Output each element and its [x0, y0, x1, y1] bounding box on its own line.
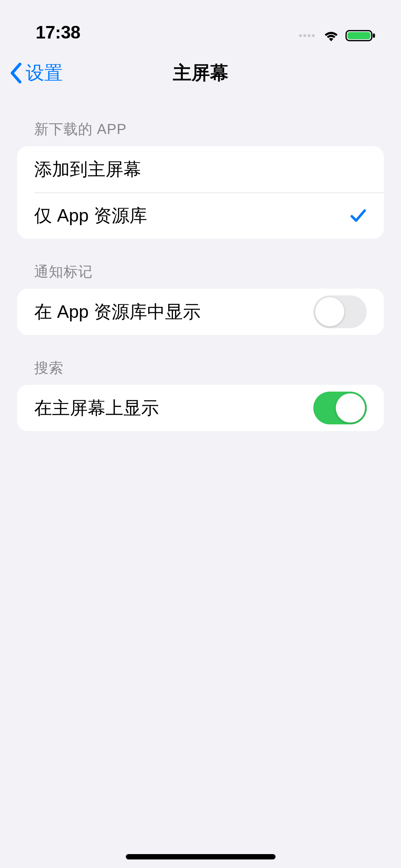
status-bar: 17:38 — [0, 0, 401, 50]
status-time: 17:38 — [36, 22, 80, 43]
row-label: 在主屏幕上显示 — [34, 396, 159, 420]
toggle-show-in-app-library[interactable] — [313, 295, 367, 328]
battery-icon — [345, 29, 376, 43]
back-button[interactable]: 设置 — [9, 61, 63, 86]
group-notification-badges: 在 App 资源库中显示 — [17, 289, 384, 335]
svg-rect-1 — [348, 32, 370, 39]
row-show-on-home-screen: 在主屏幕上显示 — [17, 385, 384, 431]
option-app-library-only[interactable]: 仅 App 资源库 — [17, 192, 384, 239]
group-search: 在主屏幕上显示 — [17, 385, 384, 431]
row-label: 在 App 资源库中显示 — [34, 300, 201, 324]
chevron-left-icon — [9, 62, 23, 84]
navigation-bar: 设置 主屏幕 — [0, 50, 401, 96]
switch-knob — [336, 393, 365, 423]
content: 新下载的 APP 添加到主屏幕 仅 App 资源库 通知标记 在 App 资源库… — [0, 96, 401, 431]
option-label: 仅 App 资源库 — [34, 204, 147, 228]
section-header-notification-badges: 通知标记 — [17, 239, 384, 289]
option-add-to-home-screen[interactable]: 添加到主屏幕 — [17, 146, 384, 192]
svg-rect-2 — [373, 33, 375, 38]
group-new-downloads: 添加到主屏幕 仅 App 资源库 — [17, 146, 384, 239]
wifi-icon — [322, 29, 340, 43]
status-right — [299, 29, 376, 43]
cellular-dots-icon — [299, 34, 315, 37]
toggle-show-on-home-screen[interactable] — [313, 392, 367, 424]
row-show-in-app-library: 在 App 资源库中显示 — [17, 289, 384, 335]
section-header-new-downloads: 新下载的 APP — [17, 96, 384, 146]
home-indicator[interactable] — [126, 854, 276, 859]
checkmark-icon — [350, 207, 367, 224]
option-label: 添加到主屏幕 — [34, 157, 141, 181]
section-header-search: 搜索 — [17, 335, 384, 385]
switch-knob — [315, 297, 344, 326]
back-label: 设置 — [26, 61, 63, 86]
